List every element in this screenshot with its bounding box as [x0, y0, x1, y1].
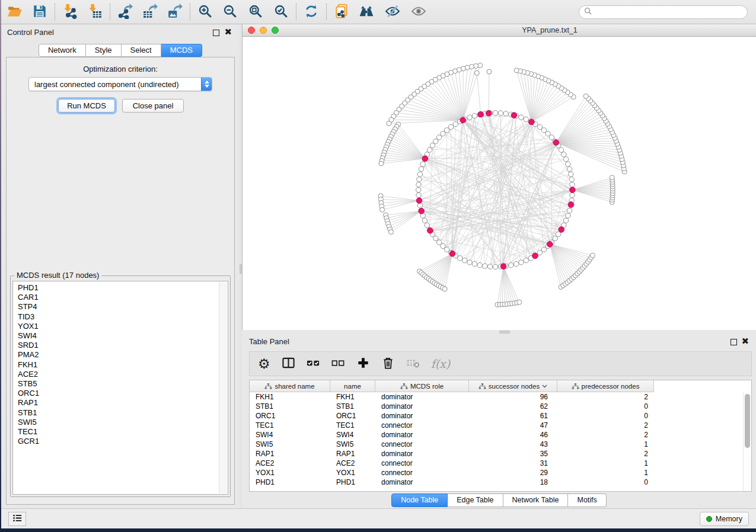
export-image-button[interactable] — [166, 3, 184, 21]
mcds-result-item[interactable]: CAR1 — [13, 293, 218, 302]
table-row[interactable]: YOX1YOX1connector291 — [250, 468, 751, 477]
first-neighbors-button[interactable] — [358, 3, 375, 21]
float-panel-icon[interactable] — [213, 30, 219, 36]
add-column-button[interactable] — [356, 355, 370, 373]
tab-network[interactable]: Network — [39, 44, 86, 57]
mcds-result-item[interactable]: YOX1 — [13, 322, 218, 331]
memory-label: Memory — [716, 515, 742, 523]
close-panel-icon[interactable]: ✖ — [224, 26, 232, 38]
mcds-result-item[interactable]: TEC1 — [13, 427, 218, 437]
mcds-list-scrollbar[interactable] — [219, 282, 227, 493]
search-field[interactable] — [579, 5, 748, 19]
tab-motifs[interactable]: Motifs — [568, 493, 606, 507]
mcds-result-item[interactable]: SWI5 — [13, 418, 218, 427]
close-panel-icon[interactable]: ✖ — [741, 335, 749, 347]
mcds-result-item[interactable]: SWI4 — [13, 331, 218, 341]
table-row[interactable]: ACE2ACE2connector311 — [250, 459, 751, 468]
hide-selected-button[interactable] — [384, 3, 401, 21]
horizontal-splitter-handle[interactable] — [499, 331, 510, 334]
mcds-result-list[interactable]: PHD1CAR1STP4TID3YOX1SWI4SRD1PMA2FKH1ACE2… — [12, 281, 228, 495]
delete-table-icon — [406, 356, 420, 371]
table-row[interactable]: SWI5SWI5connector431 — [250, 440, 751, 449]
deselect-all-button[interactable] — [331, 355, 345, 373]
cell-MCDS-role: dominator — [375, 449, 469, 459]
tab-edge-table[interactable]: Edge Table — [448, 493, 503, 507]
columns-icon — [282, 356, 295, 371]
mcds-result-item[interactable]: PHD1 — [13, 283, 218, 293]
select-all-button[interactable] — [307, 355, 320, 373]
mcds-result-item[interactable]: GCR1 — [13, 437, 218, 446]
tab-mcds[interactable]: MCDS — [161, 44, 202, 57]
mcds-result-item[interactable]: STB1 — [13, 408, 218, 418]
column-selector-button[interactable] — [282, 355, 295, 373]
mcds-result-item[interactable]: STP4 — [13, 302, 218, 312]
cell-shared-name: SWI5 — [250, 440, 330, 449]
float-panel-icon[interactable] — [731, 339, 737, 345]
column-header-name[interactable]: name — [330, 380, 375, 392]
cell-predecessor-nodes: 1 — [557, 440, 654, 449]
plus-icon — [356, 356, 370, 371]
table-mode-button[interactable]: ⚙ — [258, 355, 270, 373]
table-row[interactable]: RAP1RAP1dominator352 — [250, 449, 751, 459]
optimization-criterion-label: Optimization criterion: — [7, 65, 234, 73]
network-canvas[interactable] — [243, 37, 756, 330]
mcds-result-item[interactable]: ORC1 — [13, 389, 218, 398]
window-close-icon[interactable] — [248, 27, 255, 34]
function-builder-button[interactable]: f(x) — [431, 355, 451, 373]
table-row[interactable]: ORC1ORC1dominator610 — [250, 411, 751, 421]
refresh-view-button[interactable] — [302, 3, 320, 21]
column-header-shared-name[interactable]: shared name — [250, 380, 330, 392]
mcds-result-item[interactable]: PMA2 — [13, 350, 218, 360]
run-mcds-button[interactable]: Run MCDS — [58, 99, 115, 113]
table-scrollbar[interactable] — [743, 392, 751, 491]
memory-button[interactable]: Memory — [700, 512, 749, 526]
criterion-dropdown[interactable]: largest connected component (undirected) — [28, 77, 212, 91]
table-scrollbar-thumb[interactable] — [745, 394, 750, 448]
control-panel: Control Panel ✖ NetworkStyleSelectMCDS O… — [1, 24, 240, 508]
mcds-result-item[interactable]: TID3 — [13, 312, 218, 322]
save-session-button[interactable] — [31, 3, 49, 21]
export-table-button[interactable] — [141, 3, 159, 21]
tab-node-table[interactable]: Node Table — [391, 493, 448, 507]
import-network-button[interactable] — [61, 3, 79, 21]
zoom-in-button[interactable] — [196, 3, 214, 21]
tab-select[interactable]: Select — [122, 44, 161, 57]
mcds-result-item[interactable]: RAP1 — [13, 398, 218, 408]
tab-network-table[interactable]: Network Table — [503, 493, 569, 507]
column-header-successor-nodes[interactable]: successor nodes — [469, 380, 557, 392]
column-header-label: successor nodes — [489, 383, 540, 390]
table-row[interactable]: PHD1PHD1dominator180 — [250, 477, 751, 487]
mcds-result-item[interactable]: FKH1 — [13, 360, 218, 370]
table-row[interactable]: TEC1TEC1connector472 — [250, 421, 751, 430]
column-header-MCDS-role[interactable]: MCDS role — [375, 380, 469, 392]
table-row[interactable]: FKH1FKH1dominator962 — [250, 392, 751, 402]
column-header-predecessor-nodes[interactable]: predecessor nodes — [557, 380, 654, 392]
task-history-button[interactable] — [8, 512, 26, 526]
export-network-button[interactable] — [116, 3, 134, 21]
delete-columns-button[interactable] — [381, 355, 395, 373]
table-row[interactable]: STB1STB1dominator620 — [250, 402, 751, 411]
network-graph[interactable] — [243, 37, 756, 330]
shared-column-icon — [572, 383, 579, 389]
zoom-fit-button[interactable] — [247, 3, 264, 21]
open-file-button[interactable] — [6, 3, 24, 21]
mcds-result-item[interactable]: SRD1 — [13, 341, 218, 350]
horizontal-splitter[interactable] — [242, 330, 756, 335]
network-window-titlebar[interactable]: YPA_prune.txt_1 — [243, 24, 756, 37]
show-all-button[interactable] — [410, 3, 428, 21]
node-table[interactable]: shared namenameMCDS rolesuccessor nodesp… — [249, 380, 752, 492]
network-from-file-button[interactable] — [333, 3, 350, 21]
mcds-result-item[interactable]: ACE2 — [13, 370, 218, 379]
import-table-button[interactable] — [86, 3, 104, 21]
close-panel-button[interactable]: Close panel — [122, 99, 184, 113]
table-row[interactable]: SWI4SWI4dominator462 — [250, 430, 751, 440]
zoom-selected-button[interactable] — [272, 3, 290, 21]
zoom-out-button[interactable] — [221, 3, 239, 21]
tab-style[interactable]: Style — [86, 44, 122, 57]
search-input[interactable] — [595, 8, 742, 16]
delete-table-button[interactable] — [406, 355, 420, 373]
window-minimize-icon[interactable] — [260, 27, 267, 34]
window-maximize-icon[interactable] — [272, 27, 279, 34]
mcds-result-item[interactable]: STB5 — [13, 379, 218, 389]
sort-chevron-icon — [542, 384, 547, 388]
